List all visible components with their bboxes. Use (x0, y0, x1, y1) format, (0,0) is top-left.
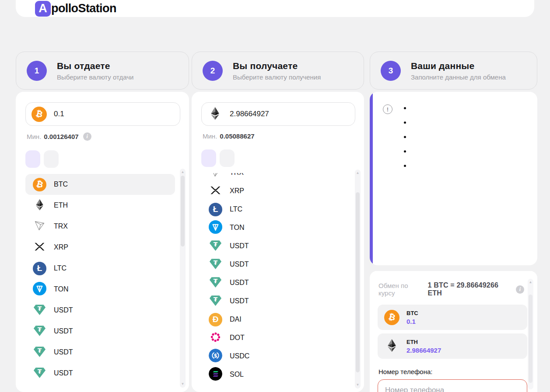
step-3-badge: 3 (381, 61, 401, 81)
ltc-icon: Ł (33, 262, 46, 275)
usdt-icon: ₮ (209, 294, 222, 309)
coin-label: USDC (230, 352, 249, 360)
filter-tab[interactable] (201, 149, 216, 167)
trx-icon (33, 219, 46, 234)
to-amount: 2.98664927 (406, 347, 441, 354)
coin-label: TON (54, 285, 68, 293)
svg-text:₮: ₮ (38, 347, 42, 354)
scroll-up-icon[interactable]: ▲ (180, 170, 186, 174)
dot-icon (209, 330, 222, 346)
step-header-receive: 2 Вы получаете Выберите валюту получения (192, 52, 364, 90)
svg-text:₮: ₮ (38, 305, 42, 312)
step-1-badge: 1 (27, 61, 47, 81)
scrollbar[interactable]: ▲ (528, 279, 533, 389)
coin-row[interactable]: ₮ USDT (25, 321, 175, 342)
coin-label: XRP (230, 187, 244, 195)
coin-row[interactable]: ₮ USDT (201, 292, 351, 310)
info-icon[interactable]: i (516, 285, 524, 294)
logo[interactable]: A polloStation (35, 1, 116, 17)
usdt-icon: ₮ (33, 303, 46, 318)
svg-text:$: $ (214, 352, 217, 358)
note-item (411, 147, 526, 156)
coin-label: ETH (54, 201, 68, 209)
phone-label: Номер телефона: (378, 368, 524, 375)
coin-row[interactable]: TRX (201, 173, 351, 182)
details-subtitle: Заполните данные для обмена (411, 73, 506, 81)
scrollbar[interactable]: ▲ ▼ (355, 170, 361, 389)
coin-row[interactable]: XRP (201, 182, 351, 200)
usdc-icon: $ (209, 349, 222, 364)
coin-row[interactable]: ₮ USDT (201, 237, 351, 255)
coin-row[interactable]: XRP (25, 237, 175, 258)
usdt-icon: ₮ (33, 366, 46, 381)
details-title: Ваши данные (411, 61, 506, 71)
scroll-up-icon[interactable]: ▲ (528, 280, 533, 284)
coin-row[interactable]: DOT (201, 329, 351, 347)
coin-label: XRP (54, 243, 68, 251)
phone-input[interactable] (378, 379, 527, 392)
coin-row[interactable]: ₮ USDT (25, 342, 175, 363)
coin-row[interactable]: ETH (25, 195, 175, 216)
scrollbar[interactable]: ▲ ▼ (180, 169, 186, 388)
coin-label: USDT (230, 260, 249, 268)
dai-icon: Ð (209, 313, 222, 326)
svg-text:₮: ₮ (214, 259, 218, 266)
usdt-icon: ₮ (209, 257, 222, 272)
scrollbar-thumb[interactable] (181, 176, 185, 246)
scrollbar-thumb[interactable] (356, 192, 360, 372)
btc-icon: ₿ (384, 310, 399, 325)
summary-from-row: ₿ BTC 0.1 (378, 305, 527, 330)
to-code: ETH (406, 339, 441, 345)
coin-label: LTC (230, 205, 242, 213)
coin-label: TRX (54, 222, 68, 230)
receive-title: Вы получаете (233, 61, 321, 71)
coin-row[interactable]: ₮ USDT (25, 363, 175, 384)
scroll-down-icon[interactable]: ▼ (180, 382, 186, 386)
coin-row[interactable]: Ð DAI (201, 310, 351, 329)
coin-row[interactable]: Ł LTC (25, 258, 175, 279)
coin-row[interactable]: TON (25, 279, 175, 300)
coin-row[interactable]: ₮ USDT (25, 300, 175, 321)
receive-panel: Мин. 0.05088627 TRX XRP Ł LTC (192, 92, 364, 392)
coin-row[interactable]: ₿ BTC (25, 174, 175, 195)
receive-min-row: Мин. 0.05088627 (203, 132, 355, 140)
scrollbar-thumb[interactable] (529, 295, 532, 383)
ton-icon (209, 220, 222, 236)
coin-label: USDT (230, 279, 249, 287)
coin-row[interactable]: SOL (201, 365, 351, 384)
coin-row[interactable]: TON (201, 219, 351, 237)
coin-row[interactable]: Ł LTC (201, 200, 351, 219)
filter-tab[interactable] (220, 149, 235, 167)
coin-label: USDT (54, 348, 73, 356)
give-amount-input[interactable] (54, 110, 150, 118)
scroll-down-icon[interactable]: ▼ (355, 383, 361, 387)
coin-row[interactable]: ₮ USDT (201, 255, 351, 274)
logo-icon: A (35, 1, 51, 17)
coin-label: TON (230, 224, 244, 232)
svg-text:₮: ₮ (214, 278, 218, 284)
give-coin-list: ₿ BTC ETH TRX XRP Ł LTC (25, 174, 180, 392)
give-column: 1 Вы отдаете Выберите валюту отдачи ₿ Ми… (16, 52, 189, 392)
eth-icon (33, 198, 46, 213)
give-filter-tabs (25, 150, 180, 168)
info-icon[interactable]: i (83, 132, 91, 141)
coin-label: USDT (230, 242, 249, 250)
warning-icon: ! (383, 104, 392, 114)
filter-tab[interactable] (44, 150, 59, 168)
receive-subtitle: Выберите валюту получения (233, 73, 321, 81)
coin-label: USDT (54, 369, 73, 377)
usdt-icon: ₮ (33, 324, 46, 339)
coin-row[interactable]: ₮ USDT (201, 274, 351, 292)
coin-row[interactable]: $ USDC (201, 347, 351, 365)
note-item (411, 132, 526, 141)
ltc-icon: Ł (209, 203, 222, 216)
usdt-icon: ₮ (209, 275, 222, 291)
coin-row[interactable]: TRX (25, 216, 175, 237)
app-header: A polloStation (16, 0, 534, 17)
logo-text: polloStation (51, 2, 116, 15)
scroll-up-icon[interactable]: ▲ (355, 171, 361, 175)
filter-tab[interactable] (25, 150, 40, 168)
receive-amount-box (201, 102, 355, 126)
give-panel: ₿ Мин. 0.00126407 i ₿ BTC ETH (16, 92, 189, 392)
receive-amount-input[interactable] (230, 110, 326, 118)
